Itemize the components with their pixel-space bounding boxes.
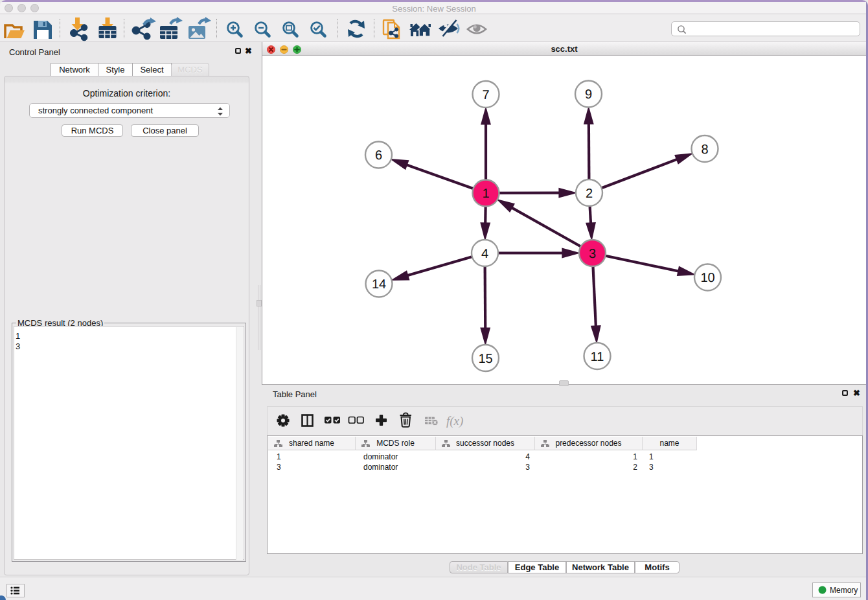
svg-text:1: 1 xyxy=(482,187,489,201)
svg-text:f(x): f(x) xyxy=(446,414,463,428)
svg-text:15: 15 xyxy=(478,352,492,366)
svg-text:3: 3 xyxy=(589,247,596,261)
svg-text:11: 11 xyxy=(591,350,604,364)
svg-text:14: 14 xyxy=(372,277,386,292)
svg-text:4: 4 xyxy=(481,247,488,261)
svg-text:8: 8 xyxy=(701,143,708,157)
svg-text:6: 6 xyxy=(375,148,382,163)
svg-text:7: 7 xyxy=(482,88,489,102)
svg-text:10: 10 xyxy=(700,271,714,285)
svg-text:9: 9 xyxy=(585,87,592,102)
svg-text:2: 2 xyxy=(586,187,593,201)
